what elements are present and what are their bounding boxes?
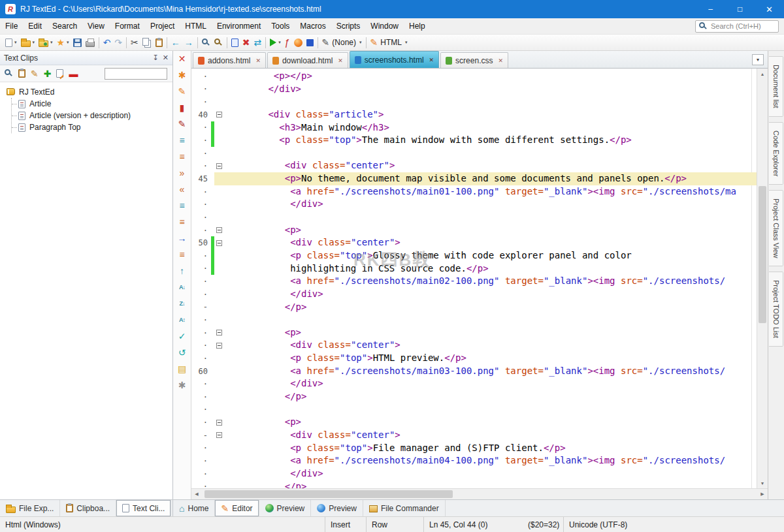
line-number[interactable]: ·	[191, 264, 211, 273]
fold-marker-icon[interactable]	[216, 330, 222, 336]
settings-gears-button[interactable]: ✱	[178, 380, 186, 390]
tree-item-article-version-description[interactable]: Article (version + description)	[12, 110, 172, 121]
fold-marker-icon[interactable]	[216, 240, 222, 246]
code-line[interactable]: <p></p>	[224, 70, 757, 83]
dropdown-arrow-icon[interactable]: ▾	[14, 40, 17, 45]
line-number[interactable]: ·	[191, 290, 211, 299]
line-number[interactable]: ·	[191, 72, 211, 81]
vertical-scroll-thumb[interactable]	[759, 186, 766, 323]
copy-button[interactable]	[140, 35, 154, 50]
indent-button[interactable]: »	[180, 168, 185, 178]
refresh-button[interactable]: ↺	[178, 347, 186, 358]
validate-button[interactable]: ✓	[178, 331, 186, 341]
paste-button[interactable]	[154, 35, 165, 50]
line-number[interactable]: ·	[191, 97, 211, 106]
search-button[interactable]	[200, 35, 212, 50]
format-pencil-button[interactable]: ✎	[178, 86, 186, 97]
view-tab-editor[interactable]: ✎Editor	[215, 500, 259, 516]
menu-scripts[interactable]: Scripts	[331, 19, 366, 33]
dropdown-arrow-icon[interactable]: ▾	[405, 40, 408, 45]
line-number[interactable]: ·	[191, 84, 211, 93]
line-number[interactable]: ·	[191, 418, 211, 427]
code-line[interactable]: <p class="top">HTML preview.</p>	[224, 352, 757, 365]
nav-back-button[interactable]: ←	[169, 35, 182, 50]
edit-clip-button[interactable]	[54, 67, 65, 81]
undo-button[interactable]: ↶	[101, 35, 113, 50]
fold-column[interactable]	[214, 420, 224, 426]
code-line[interactable]: </p>	[224, 301, 757, 314]
code-line[interactable]: </div>	[224, 198, 757, 211]
code-line[interactable]: <p>	[224, 416, 757, 429]
menu-window[interactable]: Window	[365, 19, 404, 33]
scroll-right-icon[interactable]: ▶	[757, 492, 768, 497]
find-clip-button[interactable]	[3, 67, 15, 81]
code-line[interactable]: <p>No theme, document map visible and so…	[224, 172, 757, 185]
tree-item-paragraph-top[interactable]: Paragraph Top	[12, 121, 172, 133]
dropdown-arrow-icon[interactable]: ▾	[278, 40, 281, 45]
close-button[interactable]: ✕	[755, 0, 784, 18]
line-number[interactable]: ·	[191, 251, 211, 260]
menu-macros[interactable]: Macros	[295, 19, 331, 33]
join-lines-button[interactable]: ≡	[179, 151, 184, 162]
sort-descending-button[interactable]: Z↓	[180, 298, 185, 309]
fold-marker-icon[interactable]	[216, 343, 222, 349]
menu-tools[interactable]: Tools	[266, 19, 295, 33]
minimize-button[interactable]: –	[696, 0, 725, 18]
line-number[interactable]: ·	[191, 341, 211, 350]
tab-list-dropdown[interactable]: ▾	[752, 54, 764, 65]
dropdown-arrow-icon[interactable]: ▾	[33, 40, 35, 45]
code-line[interactable]: <a href="./screenshots/main04-100.png" t…	[224, 454, 757, 467]
redo-button[interactable]: ↷	[112, 35, 124, 50]
scroll-up-icon[interactable]: ▲	[757, 69, 768, 79]
line-number[interactable]: ·	[191, 405, 211, 414]
dropdown-arrow-icon[interactable]: ▾	[50, 40, 53, 45]
line-number[interactable]: ·	[191, 149, 211, 158]
scroll-down-icon[interactable]: ▼	[757, 478, 768, 488]
line-number[interactable]: ·	[191, 277, 211, 286]
line-number[interactable]: ·	[191, 226, 211, 235]
sort-ascending-button[interactable]: A↓	[179, 282, 185, 292]
menu-project[interactable]: Project	[145, 19, 180, 33]
line-number[interactable]: ·	[191, 328, 211, 337]
stop-button[interactable]	[304, 35, 316, 50]
run-script-button[interactable]: ƒ	[283, 35, 292, 50]
document-map-button[interactable]	[229, 35, 240, 50]
doc-tab-download-html[interactable]: download.html✕	[267, 52, 348, 68]
tab-close-icon[interactable]: ✕	[429, 57, 434, 63]
fold-column[interactable]	[214, 227, 224, 233]
fold-column[interactable]	[214, 343, 224, 349]
find-in-files-button[interactable]	[212, 35, 225, 50]
code-line[interactable]: <div class="center">	[224, 159, 757, 172]
menu-environment[interactable]: Environment	[212, 19, 266, 33]
panel-tab-clipboa[interactable]: Clipboa...	[60, 500, 116, 516]
line-number[interactable]: -	[191, 302, 211, 311]
print-button[interactable]	[84, 35, 97, 50]
doc-tab-screen-css[interactable]: screen.css✕	[440, 52, 508, 68]
insert-tag-button[interactable]: →	[178, 233, 187, 243]
code-line[interactable]: <p class="top">The main window with some…	[224, 134, 757, 147]
align-lines-button[interactable]: ≡	[179, 135, 184, 146]
open-file-button[interactable]: ▾	[19, 35, 37, 50]
global-search-box[interactable]: Search (Ctrl+H)	[695, 20, 779, 33]
menu-file[interactable]: File	[0, 19, 23, 33]
line-number[interactable]: 60	[191, 367, 211, 376]
code-line[interactable]: highlighting in CSS source code.</p>	[224, 262, 757, 275]
code-line[interactable]: <p class="top">Glossy theme with code ex…	[224, 249, 757, 262]
code-editor[interactable]: · <p></p>· </div>·40 <div class="article…	[191, 69, 757, 488]
line-number[interactable]: ·	[191, 482, 211, 488]
line-number[interactable]: ·	[191, 392, 211, 401]
right-tab-code-explorer[interactable]: Code Explorer	[769, 122, 783, 185]
delete-clip-button[interactable]: ▬	[67, 67, 80, 81]
view-tab-preview[interactable]: Preview	[311, 500, 363, 516]
maximize-button[interactable]: □	[725, 0, 755, 18]
code-line[interactable]: </p>	[224, 480, 757, 489]
fold-column[interactable]	[214, 432, 224, 438]
line-number[interactable]: ·	[191, 187, 211, 196]
options-button[interactable]: ✱	[178, 70, 186, 80]
code-line[interactable]: <a href="./screenshots/main01-100.png" t…	[224, 185, 757, 198]
split-lines-button[interactable]: ≡	[179, 217, 184, 227]
code-line[interactable]: <div class="article">	[224, 108, 757, 121]
line-number[interactable]: ·	[191, 379, 211, 388]
line-number[interactable]: 50	[191, 238, 211, 247]
line-number[interactable]: 40	[191, 110, 211, 119]
